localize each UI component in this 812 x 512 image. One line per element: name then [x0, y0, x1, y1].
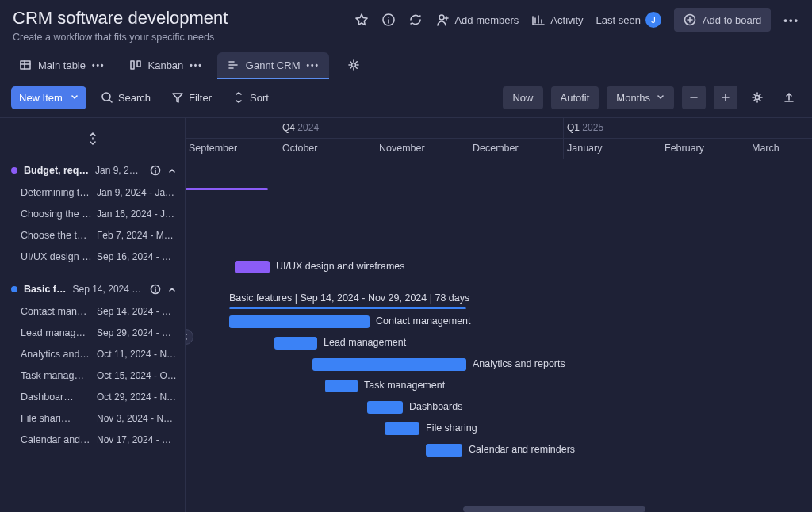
- q1-label: Q1 2025: [567, 118, 603, 133]
- group-timeline-bar[interactable]: [229, 307, 466, 309]
- person-plus-icon: [435, 13, 450, 27]
- task-dates: Oct 11, 2024 - Nov…: [97, 349, 177, 360]
- period-label: Months: [616, 92, 650, 104]
- task-name: Determining th…: [21, 187, 92, 198]
- task-name: Choose the tech…: [21, 230, 92, 241]
- tab-kanban[interactable]: Kanban •••: [120, 52, 213, 78]
- filter-button[interactable]: Filter: [165, 86, 218, 109]
- chevron-up-icon[interactable]: [167, 285, 177, 294]
- task-row[interactable]: Calendar and r… Nov 17, 2024 - N…: [0, 429, 185, 450]
- sync-button[interactable]: [408, 13, 423, 27]
- period-selector[interactable]: Months: [607, 86, 674, 109]
- task-bar-label: Task management: [364, 380, 445, 391]
- favorite-button[interactable]: [354, 13, 369, 27]
- group-header[interactable]: Budget, req… Jan 9, 20…: [0, 159, 185, 181]
- info-icon[interactable]: [150, 284, 161, 295]
- task-dates: Nov 17, 2024 - N…: [97, 434, 177, 445]
- task-row[interactable]: File shari… Nov 3, 2024 - Nov 14, 2…: [0, 407, 185, 429]
- month-label: October: [282, 139, 317, 154]
- month-label: January: [567, 139, 602, 154]
- task-dates: Sep 14, 2024 - Oct…: [97, 306, 177, 317]
- task-row[interactable]: Dashboar… Oct 29, 2024 - Nov 9, 2…: [0, 386, 185, 407]
- info-button[interactable]: [381, 13, 396, 27]
- filter-icon: [171, 91, 184, 104]
- search-button[interactable]: Search: [94, 86, 157, 109]
- month-label: February: [665, 139, 704, 154]
- task-row[interactable]: Lead manag… Sep 29, 2024 - Oct …: [0, 322, 185, 343]
- now-button[interactable]: Now: [503, 86, 542, 109]
- settings-button[interactable]: [745, 86, 769, 109]
- tab-more-icon[interactable]: •••: [306, 61, 320, 70]
- last-seen[interactable]: Last seen J: [596, 12, 661, 28]
- view-tabs: Main table ••• Kanban ••• Gannt CRM •••: [0, 52, 812, 78]
- task-name: Lead manag…: [21, 327, 92, 338]
- new-item-button[interactable]: New Item: [11, 86, 86, 109]
- last-seen-label: Last seen: [596, 14, 641, 26]
- activity-button[interactable]: Activity: [531, 13, 583, 27]
- minus-icon: [688, 92, 699, 103]
- tab-main-table[interactable]: Main table •••: [10, 52, 115, 78]
- task-row[interactable]: UI/UX design an… Sep 16, 2024 - …: [0, 246, 185, 267]
- group-header[interactable]: Basic f… Sep 14, 2024 - …: [0, 278, 185, 300]
- page-subtitle: Create a workflow that fits your specifi…: [13, 32, 228, 43]
- task-bar[interactable]: [367, 401, 403, 414]
- task-bar[interactable]: [235, 261, 270, 273]
- month-label: September: [189, 139, 237, 154]
- more-menu-button[interactable]: •••: [783, 14, 799, 26]
- zoom-out-button[interactable]: [682, 86, 706, 109]
- task-bar[interactable]: [312, 358, 466, 371]
- kanban-icon: [129, 59, 142, 71]
- task-name: Calendar and r…: [21, 434, 92, 445]
- filter-label: Filter: [189, 92, 212, 104]
- task-bar[interactable]: [426, 444, 462, 457]
- task-bar[interactable]: [385, 422, 419, 435]
- svg-point-8: [756, 96, 760, 100]
- tab-label: Kanban: [148, 59, 184, 71]
- view-settings-button[interactable]: [342, 53, 366, 77]
- task-bar[interactable]: [274, 337, 317, 350]
- task-row[interactable]: Choose the tech… Feb 7, 2024 - M…: [0, 224, 185, 246]
- task-list-panel: Budget, req… Jan 9, 20… Determining th… …: [0, 118, 186, 512]
- task-row[interactable]: Contact mana… Sep 14, 2024 - Oct…: [0, 300, 185, 322]
- task-bar[interactable]: [229, 315, 370, 328]
- plus-icon: [720, 92, 731, 103]
- task-bar[interactable]: [325, 380, 358, 392]
- zoom-in-button[interactable]: [714, 86, 737, 109]
- task-bar-label: File sharing: [426, 422, 477, 434]
- task-name: UI/UX design an…: [21, 251, 92, 262]
- autofit-button[interactable]: Autofit: [551, 86, 599, 109]
- tab-gannt[interactable]: Gannt CRM •••: [217, 52, 329, 78]
- task-row[interactable]: Choosing the ty… Jan 16, 2024 - J…: [0, 203, 185, 224]
- info-icon: [381, 13, 396, 27]
- gear-icon: [347, 59, 360, 71]
- add-members-button[interactable]: Add members: [435, 13, 519, 27]
- task-name: Analytics and …: [21, 349, 92, 360]
- month-label: November: [379, 139, 425, 154]
- left-header: [0, 118, 185, 159]
- tab-more-icon[interactable]: •••: [92, 61, 105, 70]
- gantt-panel[interactable]: Q4 2024 Q1 2025 September October Novemb…: [186, 118, 812, 512]
- new-item-label: New Item: [19, 92, 63, 104]
- chevron-up-icon[interactable]: [167, 166, 177, 175]
- horizontal-scrollbar[interactable]: [463, 506, 645, 512]
- info-icon[interactable]: [150, 165, 161, 176]
- group-color-dot: [11, 286, 17, 292]
- export-button[interactable]: [777, 86, 801, 109]
- month-label: December: [473, 139, 519, 154]
- tab-more-icon[interactable]: •••: [190, 61, 203, 70]
- group-timeline-label: Basic features | Sep 14, 2024 - Nov 29, …: [229, 292, 469, 304]
- sort-icon: [232, 91, 245, 104]
- sync-icon: [408, 13, 423, 27]
- task-dates: Sep 16, 2024 - …: [97, 251, 177, 262]
- gantt-area[interactable]: UI/UX design and wireframesBasic feature…: [186, 159, 812, 512]
- expand-collapse-icon[interactable]: [87, 132, 98, 146]
- task-name: Contact mana…: [21, 306, 92, 317]
- task-row[interactable]: Task manag… Oct 15, 2024 - Oct …: [0, 365, 185, 386]
- month-row: September October November December Janu…: [186, 139, 812, 159]
- now-label: Now: [512, 92, 533, 104]
- sort-button[interactable]: Sort: [226, 86, 275, 109]
- group-timeline-bar[interactable]: [186, 188, 268, 190]
- task-row[interactable]: Determining th… Jan 9, 2024 - Jan…: [0, 181, 185, 203]
- task-row[interactable]: Analytics and … Oct 11, 2024 - Nov…: [0, 343, 185, 365]
- add-to-board-button[interactable]: Add to board: [674, 8, 771, 32]
